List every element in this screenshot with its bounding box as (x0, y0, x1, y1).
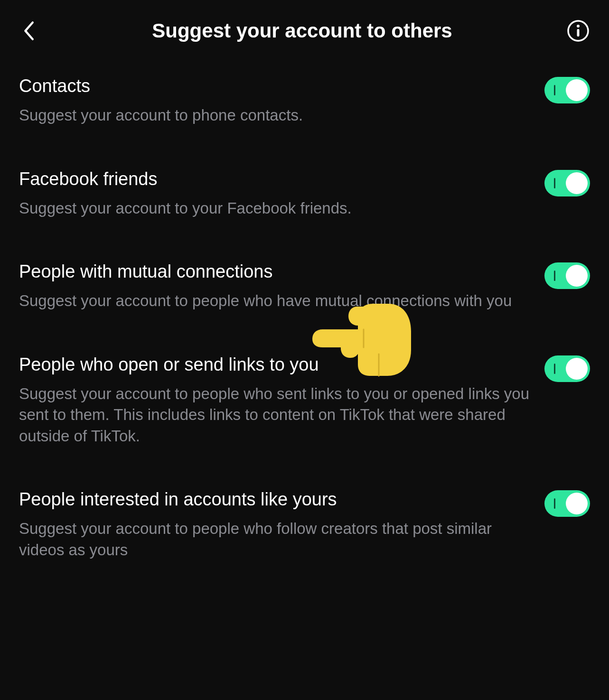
setting-desc: Suggest your account to people who sent … (19, 383, 535, 447)
back-icon[interactable] (19, 21, 38, 40)
header: Suggest your account to others (0, 0, 609, 57)
setting-title: Facebook friends (19, 169, 535, 189)
toggle-facebook[interactable] (544, 170, 590, 196)
toggle-links[interactable] (544, 355, 590, 382)
setting-title: People who open or send links to you (19, 355, 535, 375)
setting-desc: Suggest your account to people who follo… (19, 518, 535, 560)
setting-desc: Suggest your account to people who have … (19, 290, 535, 312)
setting-title: Contacts (19, 76, 535, 96)
setting-desc: Suggest your account to your Facebook fr… (19, 198, 535, 219)
settings-list: Contacts Suggest your account to phone c… (0, 57, 609, 560)
svg-rect-2 (577, 29, 580, 37)
setting-desc: Suggest your account to phone contacts. (19, 105, 535, 126)
toggle-interested[interactable] (544, 490, 590, 517)
setting-item-facebook: Facebook friends Suggest your account to… (19, 169, 590, 219)
setting-title: People with mutual connections (19, 261, 535, 282)
info-icon[interactable] (566, 19, 590, 43)
svg-point-1 (577, 25, 580, 28)
toggle-mutual[interactable] (544, 262, 590, 289)
setting-item-contacts: Contacts Suggest your account to phone c… (19, 76, 590, 126)
toggle-contacts[interactable] (544, 77, 590, 103)
page-title: Suggest your account to others (38, 19, 566, 42)
setting-title: People interested in accounts like yours (19, 489, 535, 510)
setting-item-links: People who open or send links to you Sug… (19, 355, 590, 447)
setting-item-mutual: People with mutual connections Suggest y… (19, 261, 590, 312)
setting-item-interested: People interested in accounts like yours… (19, 489, 590, 560)
